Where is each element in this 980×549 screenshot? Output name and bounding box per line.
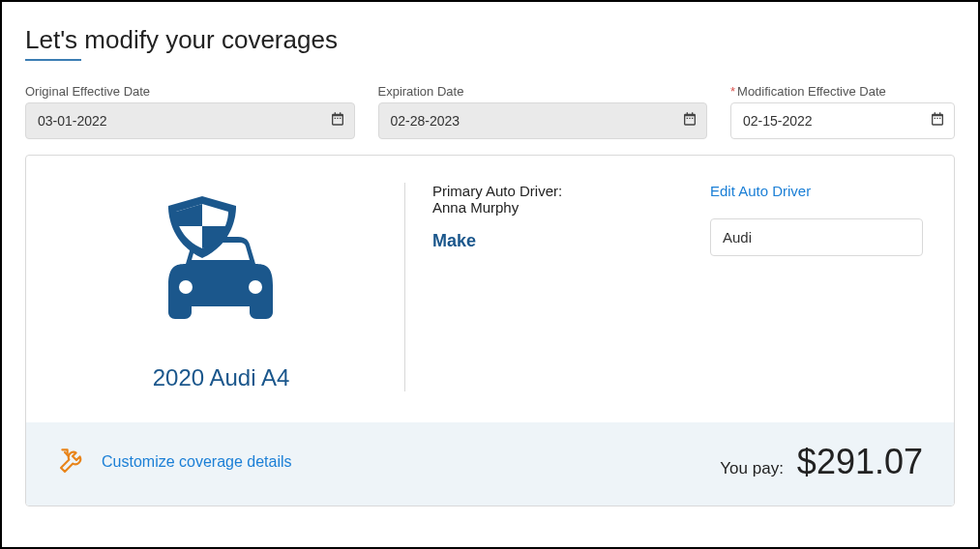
required-star: *: [730, 84, 735, 99]
edit-auto-driver-link[interactable]: Edit Auto Driver: [710, 183, 811, 199]
expiration-date-group: Expiration Date: [378, 84, 708, 139]
vehicle-column: 2020 Audi A4: [57, 183, 405, 391]
svg-point-0: [179, 280, 193, 294]
card-body: 2020 Audi A4 Primary Auto Driver: Anna M…: [26, 156, 954, 422]
original-effective-date-input: [25, 102, 355, 139]
modification-effective-date-label-text: Modification Effective Date: [737, 84, 886, 99]
customize-coverage-link[interactable]: Customize coverage details: [102, 453, 292, 471]
make-input[interactable]: [710, 218, 923, 256]
modification-effective-date-label: *Modification Effective Date: [730, 84, 955, 99]
original-effective-date-wrap: [25, 102, 355, 139]
expiration-date-input: [378, 102, 708, 139]
svg-point-1: [249, 280, 262, 294]
primary-driver-name: Anna Murphy: [432, 199, 671, 216]
coverage-card: 2020 Audi A4 Primary Auto Driver: Anna M…: [25, 155, 955, 506]
original-effective-date-label: Original Effective Date: [25, 84, 355, 99]
date-fields-row: Original Effective Date Expiration Date …: [25, 84, 955, 139]
you-pay-label: You pay:: [720, 459, 784, 478]
page-container: Let's modify your coverages Original Eff…: [0, 0, 980, 549]
payment-summary: You pay: $291.07: [720, 442, 923, 482]
card-footer: Customize coverage details You pay: $291…: [26, 422, 954, 506]
modification-effective-date-group: *Modification Effective Date: [730, 84, 955, 139]
expiration-date-wrap: [378, 102, 708, 139]
details-left: Primary Auto Driver: Anna Murphy Make: [432, 183, 671, 391]
original-effective-date-group: Original Effective Date: [25, 84, 355, 139]
make-label: Make: [432, 231, 671, 251]
vehicle-name: 2020 Audi A4: [153, 364, 289, 391]
expiration-date-label: Expiration Date: [378, 84, 708, 99]
page-title: Let's modify your coverages: [25, 25, 955, 55]
primary-driver-label: Primary Auto Driver:: [432, 183, 671, 199]
details-column: Primary Auto Driver: Anna Murphy Make Ed…: [405, 183, 923, 391]
customize-wrap: Customize coverage details: [57, 445, 292, 479]
modification-effective-date-wrap: [730, 102, 955, 139]
you-pay-amount: $291.07: [797, 442, 923, 482]
modification-effective-date-input[interactable]: [730, 102, 955, 139]
details-right: Edit Auto Driver: [710, 183, 923, 391]
vehicle-shield-icon: [139, 188, 304, 347]
tools-icon: [57, 445, 88, 479]
title-underline: [25, 59, 81, 61]
